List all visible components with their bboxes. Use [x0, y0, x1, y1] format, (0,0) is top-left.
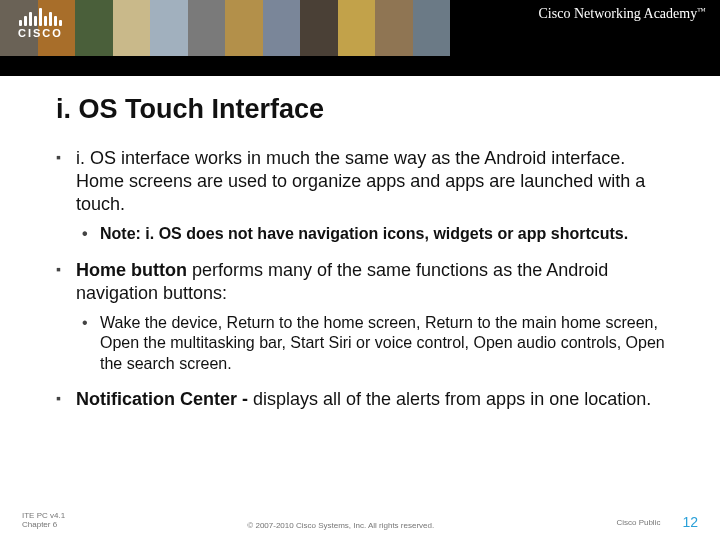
- bullet-2-sub: Wake the device, Return to the home scre…: [80, 313, 672, 374]
- note-label: Note:: [100, 225, 141, 242]
- bullet-1: i. OS interface works in much the same w…: [56, 147, 672, 216]
- footer: ITE PC v4.1 Chapter 6 © 2007-2010 Cisco …: [0, 511, 720, 530]
- bullet-1-text: i. OS interface works in much the same w…: [76, 148, 645, 214]
- note-post: have navigation icons, widgets or app sh…: [253, 225, 628, 242]
- footer-right: Cisco Public 12: [616, 514, 698, 530]
- bullet-3: Notification Center - displays all of th…: [56, 388, 672, 411]
- bullet-2: Home button performs many of the same fu…: [56, 259, 672, 305]
- bullet-3-rest: displays all of the alerts from apps in …: [253, 389, 651, 409]
- footer-left: ITE PC v4.1 Chapter 6: [22, 511, 65, 530]
- bullet-2-sub-text: Wake the device, Return to the home scre…: [100, 314, 665, 372]
- note-pre: i. OS does: [141, 225, 228, 242]
- cisco-logo: CISCO: [18, 6, 63, 39]
- academy-label: Cisco Networking Academy™: [450, 0, 720, 56]
- page-number: 12: [682, 514, 698, 530]
- cisco-wordmark: CISCO: [18, 27, 63, 39]
- note-not: not: [228, 225, 253, 242]
- footer-public: Cisco Public: [616, 518, 660, 527]
- cisco-logo-bars: [19, 6, 62, 26]
- bullet-1-note: Note: i. OS does not have navigation ico…: [80, 224, 672, 244]
- footer-chapter: Chapter 6: [22, 520, 65, 530]
- banner-strip: [0, 56, 720, 76]
- academy-text: Cisco Networking Academy: [539, 6, 698, 22]
- content: i. OS Touch Interface i. OS interface wo…: [0, 76, 720, 411]
- banner-bars: [0, 0, 450, 56]
- trademark: ™: [697, 6, 706, 16]
- banner: Cisco Networking Academy™ CISCO: [0, 0, 720, 56]
- footer-code: ITE PC v4.1: [22, 511, 65, 521]
- bullet-3-lead: Notification Center -: [76, 389, 253, 409]
- bullet-2-lead: Home button: [76, 260, 187, 280]
- slide-title: i. OS Touch Interface: [56, 94, 672, 125]
- footer-copyright: © 2007-2010 Cisco Systems, Inc. All righ…: [65, 521, 616, 530]
- slide: Cisco Networking Academy™ CISCO i. OS To…: [0, 0, 720, 540]
